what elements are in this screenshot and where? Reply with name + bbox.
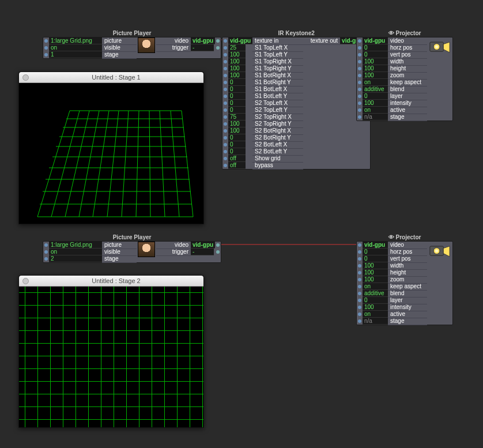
stage-titlebar[interactable]: Untitled : Stage 2 — [19, 276, 203, 287]
port-in-blend[interactable] — [357, 290, 363, 297]
value-keep-aspect[interactable]: on — [363, 283, 388, 290]
value-texture-in[interactable]: vid-gpu — [228, 37, 252, 44]
value-param-11[interactable]: 100 — [228, 121, 246, 127]
port-in-param-12[interactable] — [222, 127, 228, 134]
value-param-7[interactable]: 0 — [228, 93, 246, 100]
value-param-6[interactable]: 0 — [228, 86, 246, 93]
port-in-stage[interactable] — [43, 51, 49, 58]
value-height[interactable]: 100 — [363, 65, 388, 72]
port-in-texture-in[interactable] — [222, 37, 228, 44]
port-in-blend[interactable] — [357, 86, 363, 93]
port-in-param-10[interactable] — [222, 114, 228, 121]
node-picture-player-1[interactable]: Picture Player 1:large Grid.png on 1 pic… — [43, 30, 221, 59]
port-in-video[interactable] — [357, 37, 363, 44]
value-param-0[interactable]: 25 — [228, 44, 246, 51]
value-video[interactable]: vid-gpu — [363, 37, 388, 44]
stage-window-2[interactable]: Untitled : Stage 2 — [18, 275, 204, 428]
port-in-param-4[interactable] — [222, 72, 228, 79]
value-intensity[interactable]: 100 — [363, 100, 388, 107]
value-layer[interactable]: 0 — [363, 93, 388, 100]
value-stage[interactable]: n/a — [363, 114, 388, 121]
port-in-param-6[interactable] — [222, 86, 228, 93]
value-zoom[interactable]: 100 — [363, 276, 388, 283]
value-param-16[interactable]: off — [228, 155, 246, 162]
port-in-zoom[interactable] — [357, 72, 363, 79]
value-visible[interactable]: on — [49, 44, 102, 51]
value-stage[interactable]: 2 — [49, 255, 102, 262]
value-blend[interactable]: additive — [363, 86, 388, 93]
value-visible[interactable]: on — [49, 249, 102, 255]
port-in-picture[interactable] — [43, 242, 49, 249]
value-zoom[interactable]: 100 — [363, 72, 388, 79]
port-in-param-16[interactable] — [222, 155, 228, 162]
port-in-param-7[interactable] — [222, 93, 228, 100]
value-param-12[interactable]: 100 — [228, 127, 246, 134]
value-trigger[interactable]: - — [191, 249, 214, 255]
window-close-icon[interactable] — [22, 278, 29, 284]
value-video[interactable]: vid-gpu — [191, 37, 215, 44]
port-in-width[interactable] — [357, 58, 363, 65]
value-param-8[interactable]: 0 — [228, 100, 246, 107]
value-layer[interactable]: 0 — [363, 297, 388, 304]
port-in-layer[interactable] — [357, 93, 363, 100]
node-projector-2[interactable]: Projector vid-gpu00100100100onadditive01… — [356, 234, 453, 325]
port-in-param-3[interactable] — [222, 65, 228, 72]
value-video[interactable]: vid-gpu — [363, 242, 388, 249]
value-vert-pos[interactable]: 0 — [363, 255, 388, 262]
port-in-param-0[interactable] — [222, 44, 228, 51]
port-in-param-5[interactable] — [222, 79, 228, 86]
value-trigger[interactable]: - — [191, 44, 214, 51]
value-video[interactable]: vid-gpu — [191, 242, 215, 249]
value-stage[interactable]: n/a — [363, 318, 388, 325]
port-out-video[interactable] — [215, 37, 221, 44]
port-in-height[interactable] — [357, 65, 363, 72]
port-in-horz-pos[interactable] — [357, 44, 363, 51]
value-vert-pos[interactable]: 0 — [363, 51, 388, 58]
value-param-10[interactable]: 75 — [228, 114, 246, 121]
port-in-picture[interactable] — [43, 37, 49, 44]
value-param-14[interactable]: 0 — [228, 141, 246, 148]
node-projector-1[interactable]: Projector vid-gpu00100100100onadditive01… — [356, 30, 453, 121]
port-in-param-9[interactable] — [222, 107, 228, 114]
port-in-height[interactable] — [357, 269, 363, 276]
port-in-layer[interactable] — [357, 297, 363, 304]
value-width[interactable]: 100 — [363, 262, 388, 269]
port-out-trigger[interactable] — [215, 249, 221, 255]
value-active[interactable]: on — [363, 311, 388, 318]
value-param-9[interactable]: 0 — [228, 107, 246, 114]
port-in-param-17[interactable] — [222, 162, 228, 169]
value-picture[interactable]: 1:large Grid.png — [49, 242, 102, 249]
node-canvas[interactable]: Picture Player 1:large Grid.png on 1 pic… — [0, 0, 483, 448]
port-in-param-14[interactable] — [222, 141, 228, 148]
value-horz-pos[interactable]: 0 — [363, 249, 388, 255]
port-in-active[interactable] — [357, 107, 363, 114]
port-in-intensity[interactable] — [357, 100, 363, 107]
port-in-horz-pos[interactable] — [357, 249, 363, 255]
value-active[interactable]: on — [363, 107, 388, 114]
port-out-trigger[interactable] — [215, 44, 221, 51]
port-in-intensity[interactable] — [357, 304, 363, 311]
port-in-width[interactable] — [357, 262, 363, 269]
node-ir-keystone2[interactable]: IR Keystone2 vid-gpu25100100100100000007… — [222, 30, 371, 170]
port-in-param-2[interactable] — [222, 58, 228, 65]
port-in-vert-pos[interactable] — [357, 51, 363, 58]
stage-titlebar[interactable]: Untitled : Stage 1 — [19, 72, 203, 83]
value-blend[interactable]: additive — [363, 290, 388, 297]
port-in-visible[interactable] — [43, 249, 49, 255]
value-param-13[interactable]: 0 — [228, 134, 246, 141]
port-in-param-13[interactable] — [222, 134, 228, 141]
port-in-video[interactable] — [357, 242, 363, 249]
value-picture[interactable]: 1:large Grid.png — [49, 37, 102, 44]
port-in-stage[interactable] — [357, 114, 363, 121]
port-out-video[interactable] — [215, 242, 221, 249]
value-param-5[interactable]: 0 — [228, 79, 246, 86]
node-picture-player-2[interactable]: Picture Player 1:large Grid.png on 2 pic… — [43, 234, 221, 263]
value-width[interactable]: 100 — [363, 58, 388, 65]
stage-window-1[interactable]: Untitled : Stage 1 — [18, 71, 204, 224]
port-in-vert-pos[interactable] — [357, 255, 363, 262]
port-in-zoom[interactable] — [357, 276, 363, 283]
value-intensity[interactable]: 100 — [363, 304, 388, 311]
value-param-3[interactable]: 100 — [228, 65, 246, 72]
value-height[interactable]: 100 — [363, 269, 388, 276]
value-param-4[interactable]: 100 — [228, 72, 246, 79]
